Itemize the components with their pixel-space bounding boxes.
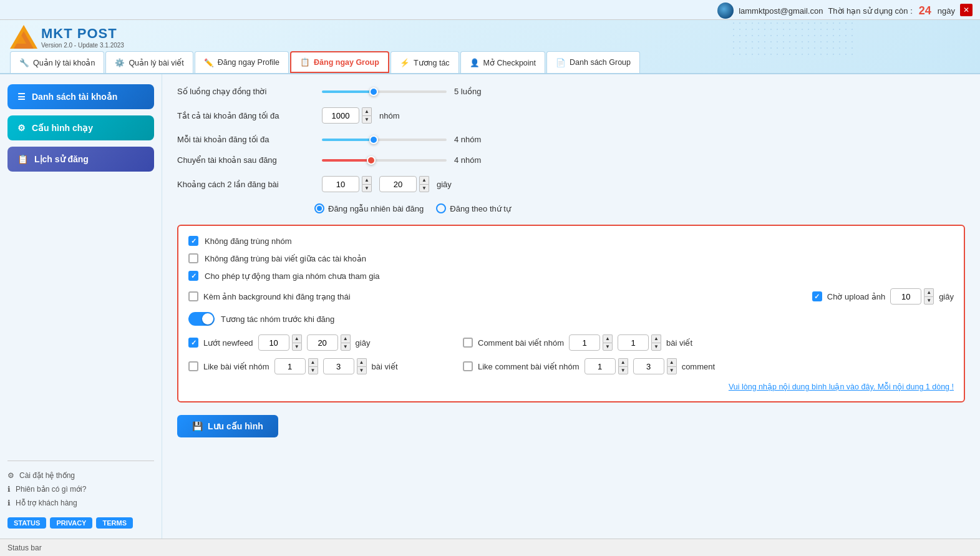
tab-dang-ngay-profile[interactable]: ✏️ Đăng ngay Profile (195, 51, 289, 73)
chuyen-tk-slider[interactable] (322, 159, 447, 162)
like-chk[interactable] (188, 361, 198, 371)
days-unit: ngày (938, 6, 955, 16)
history-button[interactable]: 📋 Lịch sử đăng (7, 147, 154, 172)
like-dec1[interactable]: ▼ (308, 366, 318, 374)
luot-inc2[interactable]: ▲ (341, 334, 351, 343)
luot-chk[interactable] (188, 338, 198, 348)
like-input1[interactable] (274, 358, 306, 374)
support-item[interactable]: ℹ Hỗ trợ khách hàng (7, 499, 154, 507)
khoang-cach-spinner2: ▲ ▼ (419, 176, 429, 192)
chk-5-inc[interactable]: ▲ (924, 288, 934, 296)
like-inc2[interactable]: ▲ (357, 358, 367, 366)
tab-icon-2: ✏️ (204, 58, 214, 67)
terms-badge[interactable]: TERMS (96, 517, 133, 529)
like-spinner1: ▲ ▼ (308, 358, 318, 374)
like-dec2[interactable]: ▼ (357, 366, 367, 374)
comment-inc1[interactable]: ▲ (603, 334, 613, 343)
chk-5-input-group: ▲ ▼ (890, 288, 934, 305)
user-email: lammktpost@gmail.con (739, 6, 823, 16)
tab-label-3: Đăng ngay Group (314, 58, 379, 67)
subscription-label: Thời hạn sử dụng còn : (828, 6, 912, 16)
like-comment-input1[interactable] (585, 358, 616, 374)
tab-dang-ngay-group[interactable]: 📋 Đăng ngay Group (290, 51, 389, 73)
chk-2[interactable] (188, 253, 198, 263)
tab-quan-ly-bai-viet[interactable]: ⚙️ Quản lý bài viết (105, 51, 193, 73)
comment-input1[interactable] (569, 334, 600, 351)
comment-chk[interactable] (463, 338, 473, 348)
tat-ca-input[interactable] (322, 107, 359, 124)
tab-icon-6: 📄 (556, 58, 566, 67)
config-row-khoang-cach: Khoảng cách 2 lần đăng bài ▲ ▼ ▲ ▼ giây (177, 176, 965, 192)
tat-ca-increment[interactable]: ▲ (362, 107, 372, 115)
tab-icon-5: 👤 (470, 58, 480, 67)
like-inc1[interactable]: ▲ (308, 358, 318, 366)
account-list-button[interactable]: ☰ Danh sách tài khoản (7, 84, 154, 109)
chk-5-input[interactable] (890, 288, 921, 305)
luot-input2[interactable] (307, 334, 338, 351)
chuyen-tk-label: Chuyển tài khoản sau đăng (177, 155, 314, 165)
whats-new-item[interactable]: ℹ Phiên bản có gì mới? (7, 485, 154, 494)
khoang-cach-label: Khoảng cách 2 lần đăng bài (177, 180, 314, 189)
khoang-cach-dec2[interactable]: ▼ (419, 184, 429, 192)
khoang-cach-input2[interactable] (379, 176, 417, 192)
tat-ca-unit: nhóm (379, 111, 417, 120)
tab-mo-checkpoint[interactable]: 👤 Mở Checkpoint (460, 51, 545, 73)
khoang-cach-input1[interactable] (322, 176, 359, 192)
like-comment-label: Like comment bài viết nhóm (478, 362, 580, 371)
tab-quan-ly-tai-khoan[interactable]: 🔧 Quản lý tài khoản (10, 51, 104, 73)
chk-1[interactable] (188, 236, 198, 246)
chk-5-dec[interactable]: ▼ (924, 296, 934, 305)
radio-order[interactable]: Đăng theo thứ tự (436, 203, 511, 213)
comment-spinner1: ▲ ▼ (603, 334, 613, 351)
comment-dec1[interactable]: ▼ (603, 343, 613, 351)
luot-inc1[interactable]: ▲ (292, 334, 302, 343)
luot-input1[interactable] (258, 334, 289, 351)
settings-item[interactable]: ⚙ Cài đặt hệ thống (7, 471, 154, 480)
like-unit: bài viết (372, 362, 398, 371)
config-run-button[interactable]: ⚙ Cấu hình chạy (7, 115, 154, 140)
tab-tuong-tac[interactable]: ⚡ Tương tác (391, 51, 459, 73)
tat-ca-decrement[interactable]: ▼ (362, 115, 372, 124)
radio-random-circle[interactable] (314, 203, 324, 213)
comment-inc2[interactable]: ▲ (651, 334, 661, 343)
luong-slider[interactable] (322, 90, 447, 93)
whats-new-label: Phiên bản có gì mới? (16, 485, 86, 494)
luot-dec1[interactable]: ▼ (292, 343, 302, 351)
save-button[interactable]: 💾 Lưu cấu hình (177, 415, 278, 437)
moi-tk-slider[interactable] (322, 139, 447, 141)
support-icon: ℹ (7, 499, 11, 507)
status-badge[interactable]: STATUS (7, 517, 46, 529)
chk-5[interactable] (812, 291, 822, 301)
khoang-cach-inc2[interactable]: ▲ (419, 176, 429, 184)
khoang-cach-input2-group: ▲ ▼ (379, 176, 429, 192)
chk-4[interactable] (188, 291, 198, 301)
radio-order-circle[interactable] (436, 203, 446, 213)
like-comment-chk[interactable] (463, 361, 473, 371)
main-content: Số luồng chạy đồng thời 5 luồng Tắt cả t… (162, 74, 980, 539)
account-list-icon: ☰ (17, 92, 26, 102)
tab-label-6: Danh sách Group (570, 58, 631, 67)
khoang-cach-inc1[interactable]: ▲ (362, 176, 372, 184)
close-button[interactable]: ✕ (960, 4, 973, 16)
tab-danh-sach-group[interactable]: 📄 Danh sách Group (546, 51, 640, 73)
hint-row: Vui lòng nhập nội dung bình luận vào đây… (188, 382, 954, 391)
hint-link[interactable]: Vui lòng nhập nội dung bình luận vào đây… (729, 383, 954, 391)
like-comment-inc1[interactable]: ▲ (618, 358, 628, 366)
like-comment-input2[interactable] (633, 358, 664, 374)
app-container: lammktpost@gmail.con Thời hạn sử dụng cò… (0, 0, 980, 556)
privacy-badge[interactable]: PRIVACY (50, 517, 92, 529)
config-row-tat-ca: Tắt cả tài khoản đăng tối đa ▲ ▼ nhóm (177, 107, 965, 124)
like-comment-inc2[interactable]: ▲ (667, 358, 677, 366)
luot-dec2[interactable]: ▼ (341, 343, 351, 351)
like-input2[interactable] (323, 358, 354, 374)
comment-input2[interactable] (618, 334, 649, 351)
like-comment-dec1[interactable]: ▼ (618, 366, 628, 374)
chk-3[interactable] (188, 271, 198, 281)
toggle-switch[interactable] (188, 312, 215, 326)
comment-dec2[interactable]: ▼ (651, 343, 661, 351)
moi-tk-value: 4 nhóm (454, 135, 492, 144)
like-comment-dec2[interactable]: ▼ (667, 366, 677, 374)
sidebar: ☰ Danh sách tài khoản ⚙ Cấu hình chạy 📋 … (0, 74, 162, 539)
radio-random[interactable]: Đăng ngẫu nhiên bài đăng (314, 203, 424, 213)
khoang-cach-dec1[interactable]: ▼ (362, 184, 372, 192)
